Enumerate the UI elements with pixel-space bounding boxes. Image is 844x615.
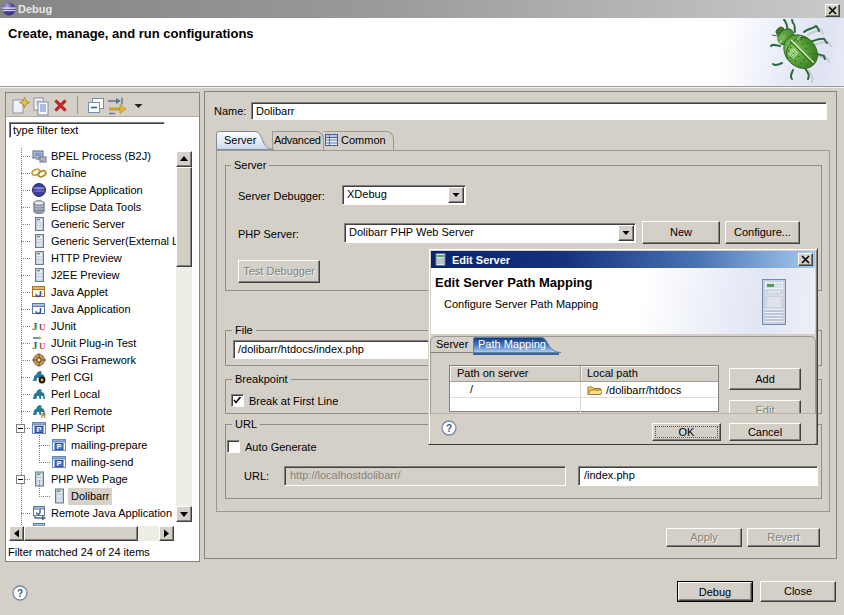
svg-text:?: ? (446, 423, 452, 434)
svg-text:U: U (39, 341, 46, 351)
svg-text:J: J (32, 339, 38, 351)
svg-text:?: ? (17, 588, 23, 599)
svg-text:U: U (39, 322, 46, 332)
svg-text:P: P (57, 443, 62, 450)
svg-text:P: P (57, 460, 62, 467)
svg-text:J: J (32, 320, 38, 332)
svg-text:R: R (41, 412, 46, 419)
